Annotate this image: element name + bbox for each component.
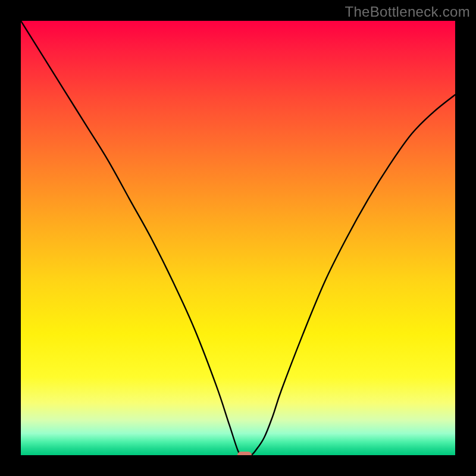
bottleneck-curve (21, 21, 455, 455)
watermark-text: TheBottleneck.com (345, 4, 470, 20)
plot-area (21, 21, 455, 455)
optimum-marker (237, 452, 252, 455)
chart-frame: TheBottleneck.com (0, 0, 476, 476)
